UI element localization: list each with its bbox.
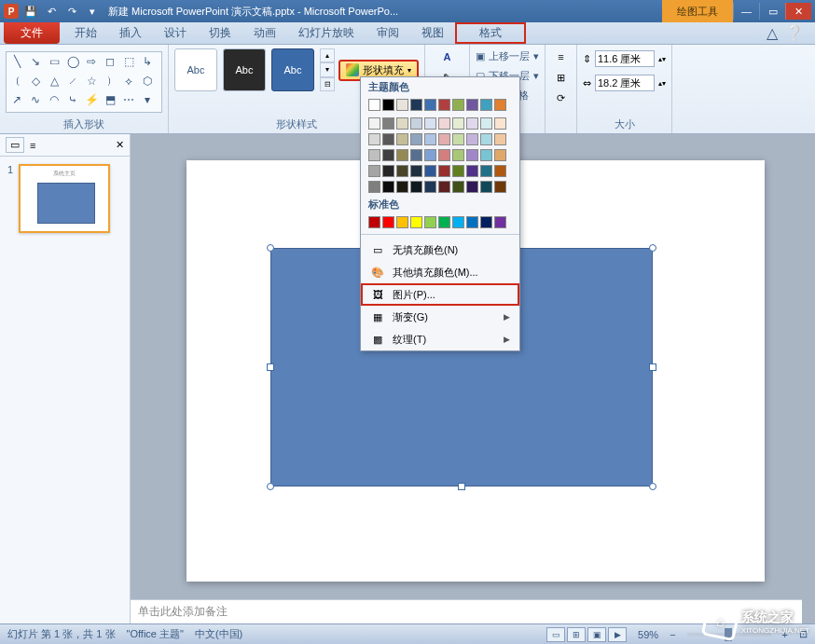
color-swatch[interactable] [424, 165, 436, 177]
tab-outline-icon[interactable]: ≡ [30, 140, 35, 151]
picture-fill-item[interactable]: 🖼 图片(P)... [361, 283, 519, 306]
color-swatch[interactable] [480, 133, 492, 145]
group-icon[interactable]: ⊞ [553, 69, 570, 86]
color-swatch[interactable] [466, 165, 478, 177]
color-swatch[interactable] [382, 117, 394, 130]
shape-etc-icon[interactable]: ⋯ [120, 92, 137, 107]
tab-design[interactable]: 设计 [153, 22, 198, 44]
color-swatch[interactable] [396, 165, 408, 177]
save-icon[interactable]: 💾 [22, 3, 39, 20]
color-swatch[interactable] [494, 181, 506, 193]
color-swatch[interactable] [424, 99, 436, 111]
color-swatch[interactable] [396, 133, 408, 145]
resize-handle-ne[interactable] [649, 244, 656, 252]
tab-review[interactable]: 审阅 [366, 22, 410, 44]
help-icon[interactable]: ❔ [785, 24, 804, 42]
resize-handle-w[interactable] [267, 363, 274, 371]
shape-arrowr-icon[interactable]: ⇨ [83, 54, 100, 69]
shape-bolt-icon[interactable]: ⚡ [83, 92, 100, 107]
color-swatch[interactable] [410, 181, 422, 193]
color-swatch[interactable] [396, 149, 408, 161]
resize-handle-s[interactable] [458, 483, 465, 490]
shape-more-icon[interactable]: ▾ [139, 92, 156, 107]
color-swatch[interactable] [410, 216, 422, 228]
close-panel-icon[interactable]: ✕ [116, 139, 124, 151]
color-swatch[interactable] [480, 149, 492, 161]
color-swatch[interactable] [438, 99, 450, 111]
width-input[interactable] [595, 75, 655, 91]
style-gallery-scroll[interactable]: ▴ ▾ ⊟ [320, 48, 335, 91]
fit-window-button[interactable]: ⊡ [799, 628, 808, 640]
style-swatch-3[interactable]: Abc [271, 48, 314, 91]
color-swatch[interactable] [410, 133, 422, 145]
zoom-percent[interactable]: 59% [638, 629, 658, 640]
shape-line-icon[interactable]: ╲ [8, 54, 25, 69]
shape-triangle-icon[interactable]: △ [46, 74, 62, 89]
color-swatch[interactable] [452, 181, 464, 193]
qat-dropdown-icon[interactable]: ▾ [84, 3, 101, 20]
color-swatch[interactable] [438, 149, 450, 161]
color-swatch[interactable] [494, 133, 506, 145]
shape-square-icon[interactable]: ◻ [102, 54, 118, 69]
gradient-item[interactable]: ▦ 渐变(G) ▶ [361, 306, 519, 328]
color-swatch[interactable] [396, 117, 408, 130]
tab-animations[interactable]: 动画 [242, 22, 287, 44]
minimize-button[interactable]: — [733, 3, 759, 20]
color-swatch[interactable] [438, 133, 450, 145]
close-button[interactable]: ✕ [785, 3, 811, 20]
color-swatch[interactable] [396, 216, 408, 228]
notes-area[interactable]: 单击此处添加备注 [131, 599, 802, 623]
style-swatch-1[interactable]: Abc [174, 48, 217, 91]
color-swatch[interactable] [494, 149, 506, 161]
color-swatch[interactable] [368, 117, 380, 130]
zoom-in-button[interactable]: + [782, 629, 788, 640]
color-swatch[interactable] [382, 165, 394, 177]
color-swatch[interactable] [396, 99, 408, 111]
resize-handle-sw[interactable] [267, 483, 274, 490]
shape-curve2-icon[interactable]: ∿ [27, 92, 44, 107]
shape-arc-icon[interactable]: ◠ [46, 92, 62, 107]
redo-icon[interactable]: ↷ [63, 3, 80, 20]
no-fill-item[interactable]: ▭ 无填充颜色(N) [361, 239, 519, 261]
resize-handle-nw[interactable] [267, 244, 274, 252]
reading-view-button[interactable]: ▣ [587, 627, 606, 642]
shape-flow-icon[interactable]: ⬒ [102, 92, 118, 107]
color-swatch[interactable] [424, 181, 436, 193]
color-swatch[interactable] [424, 117, 436, 130]
color-swatch[interactable] [452, 149, 464, 161]
color-swatch[interactable] [452, 165, 464, 177]
color-swatch[interactable] [382, 216, 394, 228]
spinner-icon[interactable]: ▴▾ [658, 79, 666, 88]
color-swatch[interactable] [410, 99, 422, 111]
color-swatch[interactable] [410, 149, 422, 161]
gallery-more-icon[interactable]: ⊟ [320, 77, 335, 91]
color-swatch[interactable] [480, 99, 492, 111]
color-swatch[interactable] [438, 117, 450, 130]
tab-insert[interactable]: 插入 [108, 22, 153, 44]
undo-icon[interactable]: ↶ [43, 3, 60, 20]
color-swatch[interactable] [466, 216, 478, 228]
color-swatch[interactable] [438, 216, 450, 228]
color-swatch[interactable] [466, 117, 478, 130]
color-swatch[interactable] [368, 165, 380, 177]
color-swatch[interactable] [368, 133, 380, 145]
shape-textbox-icon[interactable]: ⬚ [120, 54, 137, 69]
tab-home[interactable]: 开始 [63, 22, 108, 44]
texture-item[interactable]: ▩ 纹理(T) ▶ [361, 328, 519, 350]
color-swatch[interactable] [368, 181, 380, 193]
tab-slides-icon[interactable]: ▭ [6, 137, 24, 153]
color-swatch[interactable] [368, 149, 380, 161]
color-swatch[interactable] [452, 99, 464, 111]
color-swatch[interactable] [466, 181, 478, 193]
maximize-button[interactable]: ▭ [759, 3, 785, 20]
sorter-view-button[interactable]: ⊞ [567, 627, 586, 642]
color-swatch[interactable] [480, 181, 492, 193]
shape-connector-icon[interactable]: ↳ [139, 54, 156, 69]
color-swatch[interactable] [382, 149, 394, 161]
color-swatch[interactable] [452, 216, 464, 228]
shape-connector2-icon[interactable]: ⤷ [64, 92, 81, 107]
color-swatch[interactable] [382, 99, 394, 111]
color-swatch[interactable] [466, 133, 478, 145]
style-swatch-2[interactable]: Abc [223, 48, 266, 91]
shape-callout-icon[interactable]: ◇ [27, 74, 44, 89]
